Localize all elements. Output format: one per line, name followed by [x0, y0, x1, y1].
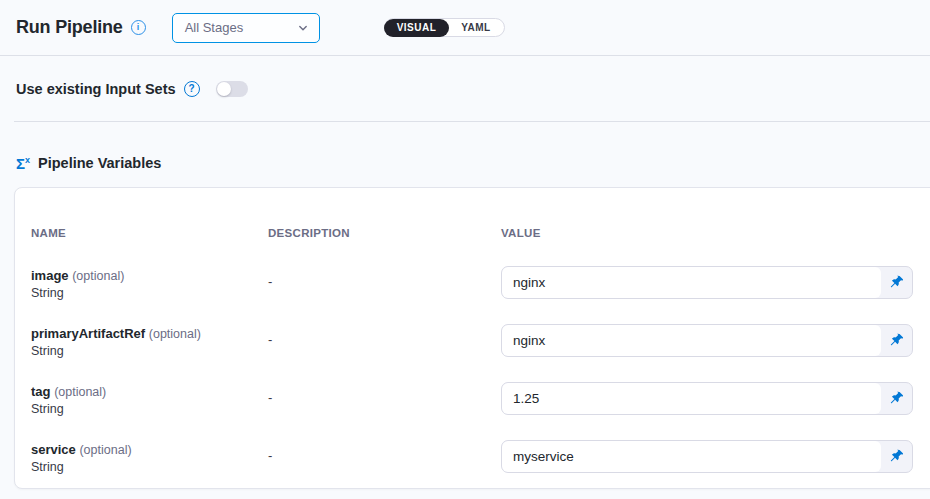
variable-name-cell: tag (optional) String	[31, 382, 268, 418]
variable-name-cell: primaryArtifactRef (optional) String	[31, 324, 268, 360]
variable-optional-tag: (optional)	[79, 443, 131, 457]
variable-optional-tag: (optional)	[54, 385, 106, 399]
variable-optional-tag: (optional)	[72, 269, 124, 283]
variable-type: String	[31, 401, 268, 418]
variable-description: -	[268, 440, 501, 463]
toggle-knob	[217, 82, 231, 96]
variable-optional-tag: (optional)	[149, 327, 201, 341]
pipeline-variables-section: Σx Pipeline Variables NAME DESCRIPTION V…	[0, 122, 930, 489]
variable-value-input[interactable]	[502, 325, 881, 356]
variables-rows: image (optional) String - primaryArtifac…	[31, 266, 921, 476]
variable-row: primaryArtifactRef (optional) String -	[31, 324, 921, 382]
variable-name-cell: image (optional) String	[31, 266, 268, 302]
stage-select-value: All Stages	[185, 20, 244, 35]
variables-card: NAME DESCRIPTION VALUE image (optional) …	[14, 187, 930, 489]
pin-icon[interactable]	[881, 441, 912, 472]
tab-yaml[interactable]: YAML	[448, 19, 503, 37]
variable-type: String	[31, 343, 268, 360]
variable-description: -	[268, 324, 501, 347]
variable-value-group	[501, 266, 913, 299]
run-pipeline-header: Run Pipeline i All Stages VISUAL YAML	[0, 0, 930, 56]
variable-type: String	[31, 285, 268, 302]
variable-value-input[interactable]	[502, 383, 881, 414]
variable-value-group	[501, 382, 913, 415]
input-sets-row: Use existing Input Sets ?	[0, 56, 930, 121]
stage-select-dropdown[interactable]: All Stages	[172, 13, 320, 43]
visual-yaml-toggle: VISUAL YAML	[384, 18, 505, 37]
pin-icon[interactable]	[881, 325, 912, 356]
variable-name: image	[31, 268, 69, 283]
variable-value-cell	[501, 440, 913, 473]
pipeline-variables-title-row: Σx Pipeline Variables	[0, 155, 930, 171]
variable-value-cell	[501, 266, 913, 299]
variable-row: image (optional) String -	[31, 266, 921, 324]
column-header-value: VALUE	[501, 227, 913, 239]
info-circle-icon[interactable]: i	[131, 20, 146, 35]
sigma-x-icon: Σx	[16, 156, 30, 171]
variable-value-input[interactable]	[502, 267, 881, 298]
variable-name: primaryArtifactRef	[31, 326, 145, 341]
variable-name-cell: service (optional) String	[31, 440, 268, 476]
input-sets-label: Use existing Input Sets	[16, 81, 176, 97]
variable-row: tag (optional) String -	[31, 382, 921, 440]
variable-value-group	[501, 324, 913, 357]
variable-type: String	[31, 459, 268, 476]
variable-description: -	[268, 266, 501, 289]
variable-value-cell	[501, 324, 913, 357]
input-sets-toggle[interactable]	[216, 81, 248, 97]
variable-name: service	[31, 442, 76, 457]
question-circle-icon[interactable]: ?	[184, 81, 200, 97]
variable-value-cell	[501, 382, 913, 415]
column-header-name: NAME	[31, 227, 268, 239]
variable-description: -	[268, 382, 501, 405]
column-header-description: DESCRIPTION	[268, 227, 501, 239]
pin-icon[interactable]	[881, 267, 912, 298]
chevron-down-icon	[297, 22, 309, 34]
variable-name: tag	[31, 384, 51, 399]
variable-value-group	[501, 440, 913, 473]
page-title: Run Pipeline	[16, 17, 123, 38]
pin-icon[interactable]	[881, 383, 912, 414]
variable-row: service (optional) String -	[31, 440, 921, 476]
pipeline-variables-title: Pipeline Variables	[38, 155, 161, 171]
variable-value-input[interactable]	[502, 441, 881, 472]
tab-visual[interactable]: VISUAL	[384, 19, 450, 37]
variables-table-header: NAME DESCRIPTION VALUE	[31, 227, 921, 239]
